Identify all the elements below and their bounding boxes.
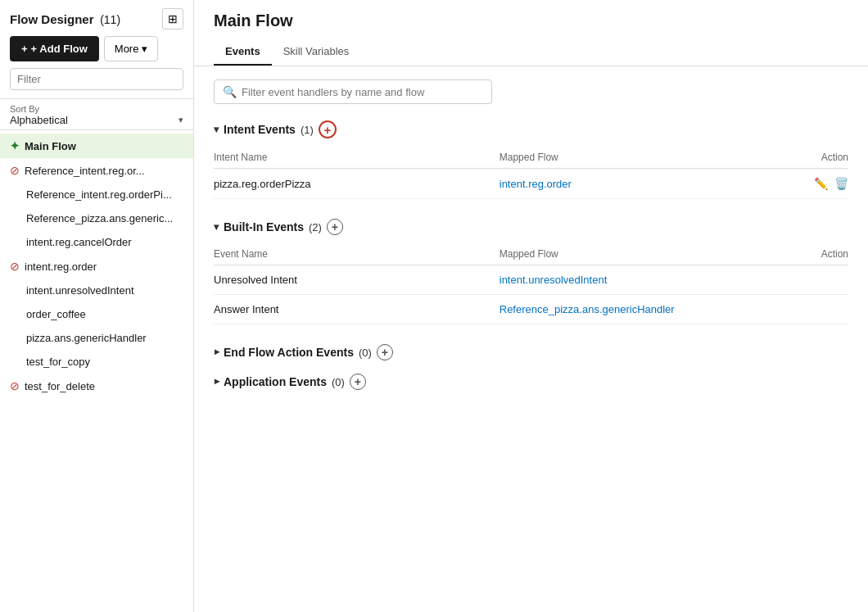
sort-label: Sort By [10,104,183,114]
intent-event-row: pizza.reg.orderPizza intent.reg.order ✏️… [214,169,848,199]
event-name-cell: Answer Intent [214,295,500,324]
edit-icon[interactable]: ✏️ [814,177,828,190]
flow-name: order_coffee [26,308,86,320]
app-events-chevron-icon: ▾ [210,379,222,384]
sidebar-header: Flow Designer (11) ⊞ + + Add Flow More ▾ [0,0,193,99]
add-flow-label: + Add Flow [31,43,88,55]
flow-list-item[interactable]: test_for_copy [0,350,193,374]
action-icons: ✏️ 🗑️ [785,177,849,190]
filter-input[interactable] [10,68,183,90]
builtin-event-row: Answer Intent Reference_pizza.ans.generi… [214,295,848,324]
action-cell: ✏️ 🗑️ [785,169,849,199]
builtin-mapped-flow-cell[interactable]: Reference_pizza.ans.genericHandler [500,295,785,324]
search-bar: 🔍 [214,79,492,104]
delete-icon[interactable]: 🗑️ [834,177,848,190]
flow-list-item[interactable]: ⊘test_for_delete [0,374,193,398]
sidebar: Flow Designer (11) ⊞ + + Add Flow More ▾… [0,0,194,612]
builtin-events-label: Built-In Events [224,220,304,233]
intent-events-label: Intent Events [224,123,296,136]
flow-list-item[interactable]: intent.unresolvedIntent [0,279,193,302]
flow-name: Main Flow [25,140,76,152]
main-body: 🔍 ▾ Intent Events (1) + Intent Name Mapp… [194,66,868,612]
person-icon: ✦ [10,139,20,152]
sidebar-count: (11) [100,13,120,26]
flow-list: ✦Main Flow⊘Reference_intent.reg.or...Ref… [0,130,193,612]
sidebar-title-row: Flow Designer (11) ⊞ [10,8,183,29]
flow-name: test_for_delete [25,380,95,392]
tab-skill-variables[interactable]: Skill Variables [272,39,361,66]
builtin-mapped-flow-cell[interactable]: intent.unresolvedIntent [500,265,785,295]
more-label: More [115,43,139,55]
error-icon: ⊘ [10,260,20,273]
application-events-count: (0) [332,376,345,388]
builtin-event-row: Unresolved Intent intent.unresolvedInten… [214,265,848,295]
end-flow-chevron-icon: ▾ [210,350,222,355]
mapped-flow-cell[interactable]: intent.reg.order [500,169,785,199]
layout-toggle-button[interactable]: ⊞ [162,8,183,29]
sidebar-title-text: Flow Designer [10,12,94,26]
sort-section: Sort By Alphabetical ▾ [0,99,193,130]
flow-list-item[interactable]: intent.reg.cancelOrder [0,230,193,254]
event-name-col-header: Event Name [214,243,500,265]
builtin-events-table: Event Name Mapped Flow Action Unresolved… [214,243,848,324]
main-content: Main Flow EventsSkill Variables 🔍 ▾ Inte… [194,0,868,612]
search-input[interactable] [242,86,483,98]
tab-events[interactable]: Events [214,39,272,66]
main-title: Main Flow [214,11,848,30]
error-icon: ⊘ [10,164,20,177]
flow-name: intent.unresolvedIntent [26,284,134,297]
sort-value: Alphabetical [10,114,68,126]
flow-list-item[interactable]: Reference_intent.reg.orderPi... [0,183,193,206]
end-flow-events-header[interactable]: ▾ End Flow Action Events (0) + [214,344,848,360]
add-application-event-button[interactable]: + [350,374,366,390]
builtin-events-section: ▾ Built-In Events (2) + Event Name Mappe… [214,219,848,324]
end-flow-events-count: (0) [359,347,372,359]
builtin-events-header[interactable]: ▾ Built-In Events (2) + [214,219,848,235]
flow-name: Reference_pizza.ans.generic... [26,212,173,224]
plus-icon: + [21,43,28,55]
intent-name-cell: pizza.reg.orderPizza [214,169,500,199]
flow-name: test_for_copy [26,356,90,368]
builtin-mapped-flow-link[interactable]: intent.unresolvedIntent [500,274,608,286]
intent-events-count: (1) [301,124,314,136]
tabs: EventsSkill Variables [214,39,848,66]
builtin-action-col-header: Action [785,243,849,265]
builtin-action-cell [785,265,849,295]
application-events-section: ▾ Application Events (0) + [214,374,848,390]
builtin-events-count: (2) [309,221,322,233]
more-button[interactable]: More ▾ [104,36,159,61]
flow-list-item[interactable]: order_coffee [0,302,193,326]
application-events-header[interactable]: ▾ Application Events (0) + [214,374,848,390]
main-header: Main Flow EventsSkill Variables [194,0,868,66]
flow-name: intent.reg.order [25,261,97,273]
sort-chevron-icon[interactable]: ▾ [179,115,183,125]
flow-list-item[interactable]: pizza.ans.genericHandler [0,326,193,350]
flow-name: pizza.ans.genericHandler [26,332,147,344]
intent-events-header[interactable]: ▾ Intent Events (1) + [214,120,848,138]
search-icon: 🔍 [223,85,237,98]
event-name-cell: Unresolved Intent [214,265,500,295]
application-events-label: Application Events [224,375,327,388]
flow-name: Reference_intent.reg.or... [25,165,145,177]
builtin-mapped-flow-link[interactable]: Reference_pizza.ans.genericHandler [500,303,675,315]
end-flow-events-section: ▾ End Flow Action Events (0) + [214,344,848,360]
intent-events-section: ▾ Intent Events (1) + Intent Name Mapped… [214,120,848,199]
end-flow-events-label: End Flow Action Events [224,346,354,359]
mapped-flow-col-header: Mapped Flow [500,147,785,169]
flow-list-item[interactable]: ⊘intent.reg.order [0,254,193,279]
intent-events-table: Intent Name Mapped Flow Action pizza.reg… [214,147,848,199]
flow-list-item[interactable]: ⊘Reference_intent.reg.or... [0,158,193,183]
flow-list-item[interactable]: Reference_pizza.ans.generic... [0,206,193,230]
flow-list-item[interactable]: ✦Main Flow [0,134,193,158]
add-flow-button[interactable]: + + Add Flow [10,36,99,61]
chevron-down-icon: ▾ [142,43,147,55]
add-intent-event-button[interactable]: + [319,120,337,138]
add-end-flow-event-button[interactable]: + [377,344,393,360]
add-builtin-event-button[interactable]: + [327,219,343,235]
builtin-events-chevron: ▾ [214,221,219,233]
sort-select-row[interactable]: Alphabetical ▾ [10,114,183,126]
intent-name-col-header: Intent Name [214,147,500,169]
mapped-flow-link[interactable]: intent.reg.order [500,178,572,190]
flow-name: Reference_intent.reg.orderPi... [26,188,172,201]
action-col-header: Action [785,147,849,169]
